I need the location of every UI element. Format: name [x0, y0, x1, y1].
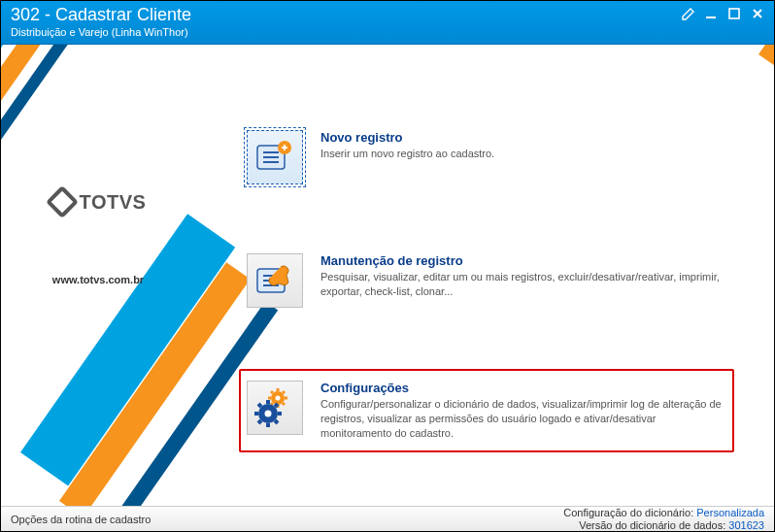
manutencao-registro-icon — [247, 253, 303, 308]
content-area: TOTVS www.totvs.com.br Novo registro Ins… — [1, 45, 774, 507]
brand-name: TOTVS — [80, 191, 147, 214]
option-desc: Inserir um novo registro ao cadastro. — [320, 147, 726, 161]
option-title: Manutenção de registro — [320, 253, 726, 268]
titlebar-text: 302 - Cadastrar Cliente Distribuição e V… — [11, 5, 191, 38]
option-desc: Pesquisar, visualizar, editar um ou mais… — [320, 270, 726, 299]
configuracoes-icon — [247, 381, 303, 435]
option-text: Manutenção de registro Pesquisar, visual… — [320, 253, 726, 299]
window-title: 302 - Cadastrar Cliente — [11, 5, 191, 25]
decorative-stripe — [758, 45, 774, 67]
edit-icon[interactable] — [681, 7, 694, 20]
svg-rect-1 — [729, 9, 739, 18]
option-title: Configurações — [320, 381, 726, 395]
version-label: Versão do dicionário de dados: — [579, 519, 725, 531]
svg-line-27 — [258, 404, 261, 407]
minimize-icon[interactable] — [704, 7, 718, 20]
svg-line-30 — [275, 404, 278, 407]
titlebar-controls — [681, 5, 764, 20]
option-configuracoes[interactable]: Configurações Configurar/personalizar o … — [239, 369, 734, 452]
brand-logo-icon — [46, 185, 79, 218]
option-list: Novo registro Inserir um novo registro a… — [239, 122, 734, 486]
option-manutencao-registro[interactable]: Manutenção de registro Pesquisar, visual… — [239, 246, 734, 316]
svg-line-17 — [271, 391, 273, 393]
statusbar-left: Opções da rotina de cadastro — [11, 514, 151, 525]
svg-line-18 — [283, 403, 285, 405]
option-desc: Configurar/personalizar o dicionário de … — [320, 397, 726, 441]
svg-line-28 — [275, 420, 278, 423]
option-novo-registro[interactable]: Novo registro Inserir um novo registro a… — [239, 122, 734, 192]
config-label: Configuração do dicionário: — [563, 507, 693, 518]
version-value[interactable]: 301623 — [728, 519, 764, 531]
option-text: Novo registro Inserir um novo registro a… — [320, 130, 726, 161]
svg-rect-0 — [706, 17, 716, 18]
maximize-icon[interactable] — [727, 7, 741, 20]
close-icon[interactable] — [751, 7, 764, 20]
statusbar-version: Versão do dicionário de dados: 301623 — [563, 519, 764, 532]
statusbar-config: Configuração do dicionário: Personalizad… — [563, 507, 764, 519]
brand-sidebar: TOTVS www.totvs.com.br — [20, 190, 176, 285]
option-title: Novo registro — [320, 130, 726, 145]
option-text: Configurações Configurar/personalizar o … — [320, 381, 726, 441]
window-subtitle: Distribuição e Varejo (Linha WinThor) — [11, 26, 191, 38]
titlebar: 302 - Cadastrar Cliente Distribuição e V… — [1, 1, 774, 45]
config-value[interactable]: Personalizada — [696, 507, 764, 518]
statusbar-right: Configuração do dicionário: Personalizad… — [563, 507, 764, 531]
novo-registro-icon — [247, 130, 303, 184]
svg-point-12 — [276, 396, 281, 401]
svg-line-20 — [283, 391, 285, 393]
brand-website: www.totvs.com.br — [20, 274, 176, 285]
statusbar: Opções da rotina de cadastro Configuraçã… — [1, 506, 774, 531]
svg-point-22 — [265, 411, 272, 417]
brand-logo: TOTVS — [20, 190, 176, 214]
svg-line-29 — [258, 420, 261, 423]
